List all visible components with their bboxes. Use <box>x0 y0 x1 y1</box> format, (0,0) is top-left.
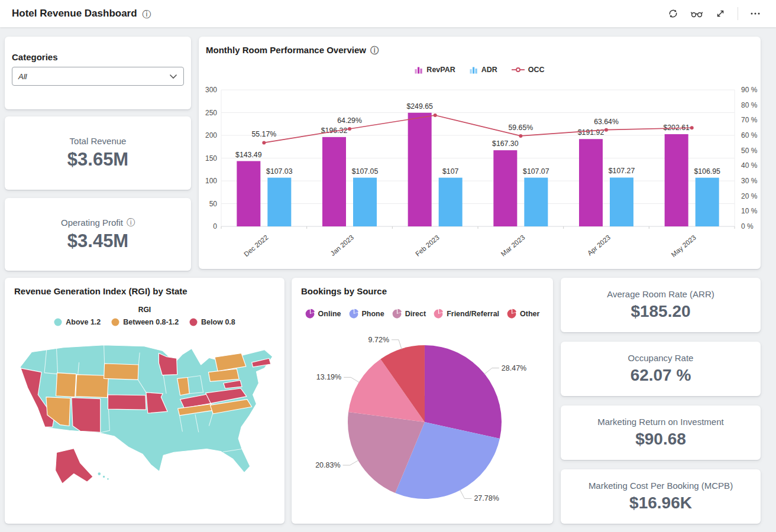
maximize-button[interactable] <box>712 5 729 22</box>
svg-text:80 %: 80 % <box>741 101 758 109</box>
legend-item-between-0-8-1-2[interactable]: Between 0.8-1.2 <box>111 318 179 326</box>
svg-text:70 %: 70 % <box>741 116 758 124</box>
svg-text:50 %: 50 % <box>741 147 758 155</box>
adr-bar[interactable] <box>267 178 291 226</box>
pie-series-icon <box>305 309 315 319</box>
state-hawaii[interactable] <box>107 478 109 480</box>
legend-item-adr[interactable]: ADR <box>470 66 497 74</box>
revpar-bar[interactable] <box>408 113 432 226</box>
state-kansas[interactable] <box>108 395 146 410</box>
legend-item-other[interactable]: Other <box>507 309 539 319</box>
revpar-bar[interactable] <box>322 137 346 226</box>
preview-button[interactable] <box>688 5 706 22</box>
revpar-bar[interactable] <box>493 150 517 226</box>
state-hawaii[interactable] <box>102 475 105 478</box>
state-alaska[interactable] <box>56 449 93 484</box>
line-series-icon <box>512 66 525 73</box>
legend-item-online[interactable]: Online <box>305 309 341 319</box>
categories-label: Categories <box>12 52 184 62</box>
pie-chart-plot[interactable]: 28.47%27.78%20.83%13.19%9.72% <box>292 335 553 513</box>
occ-point[interactable] <box>519 134 522 138</box>
pie-series-icon <box>434 309 443 319</box>
svg-text:$107.05: $107.05 <box>352 167 379 176</box>
legend-item-below-0-8[interactable]: Below 0.8 <box>189 318 235 326</box>
adr-bar[interactable] <box>696 178 719 226</box>
svg-text:$107.07: $107.07 <box>523 167 549 176</box>
svg-text:Mar 2023: Mar 2023 <box>500 233 526 257</box>
info-icon[interactable]: ⓘ <box>370 46 379 54</box>
top-bar: Hotel Revenue Dashboard ⓘ <box>0 0 776 27</box>
monthly-performance-card: Monthly Room Performance Overview ⓘ RevP… <box>199 37 761 269</box>
maximize-icon <box>716 9 725 18</box>
total-revenue-value: $3.65M <box>67 149 128 170</box>
svg-text:Jan 2023: Jan 2023 <box>329 233 355 257</box>
occ-point[interactable] <box>604 128 608 132</box>
svg-text:200: 200 <box>205 131 217 140</box>
svg-text:64.29%: 64.29% <box>337 116 362 125</box>
svg-text:40 %: 40 % <box>741 161 758 170</box>
state-new-mexico[interactable] <box>72 398 101 433</box>
bar-series-icon <box>470 66 478 74</box>
occ-point[interactable] <box>262 141 266 144</box>
operating-profit-value: $3.45M <box>67 231 128 252</box>
combo-chart-plot[interactable]: 0501001502002503000 %10 %20 %30 %40 %50 … <box>203 83 759 267</box>
info-icon[interactable]: ⓘ <box>127 218 135 226</box>
svg-text:May 2023: May 2023 <box>670 233 697 258</box>
svg-text:30 %: 30 % <box>741 177 758 185</box>
info-icon[interactable]: ⓘ <box>143 9 151 18</box>
svg-text:28.47%: 28.47% <box>502 364 526 372</box>
state-utah[interactable] <box>56 373 76 397</box>
map-legend-title: RGI <box>5 306 284 314</box>
mcpb-card: Marketing Cost Per Booking (MCPB) $16.96… <box>561 469 761 524</box>
operating-profit-card: Operating Profit ⓘ $3.45M <box>5 198 191 271</box>
adr-bar[interactable] <box>439 178 463 226</box>
map-title: Revenue Generation Index (RGI) by State <box>14 286 187 296</box>
svg-text:$106.95: $106.95 <box>694 167 720 176</box>
adr-bar[interactable] <box>353 178 377 226</box>
page-title: Hotel Revenue Dashboard <box>12 8 137 20</box>
revpar-bar[interactable] <box>579 139 603 226</box>
svg-text:100: 100 <box>205 177 217 185</box>
refresh-icon <box>668 8 678 19</box>
legend-item-above-1-2[interactable]: Above 1.2 <box>54 318 101 326</box>
us-choropleth-map[interactable] <box>11 339 277 512</box>
legend-item-occ[interactable]: OCC <box>512 66 545 74</box>
svg-text:63.64%: 63.64% <box>594 118 619 126</box>
more-options-button[interactable] <box>746 5 764 22</box>
occ-point[interactable] <box>348 127 351 131</box>
legend-item-direct[interactable]: Direct <box>392 309 426 319</box>
state-hawaii[interactable] <box>98 472 101 476</box>
occ-point[interactable] <box>690 126 694 129</box>
svg-text:13.19%: 13.19% <box>316 373 341 381</box>
mroi-label: Marketing Return on Investment <box>597 417 723 427</box>
svg-text:300: 300 <box>205 86 217 94</box>
adr-bar[interactable] <box>610 177 633 226</box>
categories-select[interactable]: All <box>12 67 184 86</box>
state-south-dakota[interactable] <box>104 364 139 379</box>
svg-text:10 %: 10 % <box>741 207 758 215</box>
mcpb-value: $16.96K <box>629 494 692 512</box>
svg-text:60 %: 60 % <box>741 131 758 140</box>
revpar-bar[interactable] <box>237 161 260 226</box>
legend-item-phone[interactable]: Phone <box>349 309 384 319</box>
adr-bar[interactable] <box>524 178 548 226</box>
revpar-bar[interactable] <box>665 134 688 226</box>
legend-item-friend-referral[interactable]: Friend/Referral <box>434 309 499 319</box>
total-revenue-card: Total Revenue $3.65M <box>5 116 191 190</box>
svg-text:$107.03: $107.03 <box>266 167 293 176</box>
svg-text:0 %: 0 % <box>741 222 754 231</box>
legend-item-revpar[interactable]: RevPAR <box>415 66 455 74</box>
mcpb-label: Marketing Cost Per Booking (MCPB) <box>589 481 733 491</box>
combo-chart-legend: RevPARADROCC <box>199 66 761 74</box>
occupancy-value: 62.07 % <box>630 366 691 385</box>
occ-point[interactable] <box>434 113 437 117</box>
svg-text:$167.30: $167.30 <box>492 140 519 148</box>
svg-text:55.17%: 55.17% <box>251 130 276 138</box>
glasses-icon <box>690 9 703 18</box>
operating-profit-label: Operating Profit <box>61 218 123 228</box>
pie-series-icon <box>349 309 358 319</box>
svg-text:$191.92: $191.92 <box>578 128 604 137</box>
refresh-button[interactable] <box>664 5 682 22</box>
mroi-card: Marketing Return on Investment $90.68 <box>561 406 761 460</box>
bar-series-icon <box>415 66 423 74</box>
